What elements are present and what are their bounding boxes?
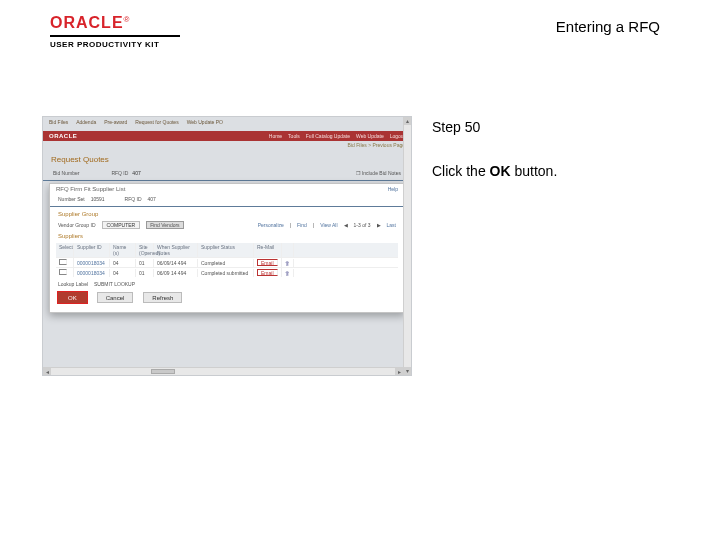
- tab-catalog[interactable]: Full Catalog Update: [306, 133, 350, 139]
- oracle-upk-logo: ORACLE® USER PRODUCTIVITY KIT: [50, 14, 180, 49]
- brand-word: ORACLE: [50, 14, 124, 31]
- panel-title: Request Quotes: [43, 151, 411, 168]
- field-value: SUBMIT LOOKUP: [94, 281, 135, 287]
- section-suppliers: Suppliers: [50, 231, 404, 241]
- col-name: Name (s): [110, 243, 136, 257]
- scroll-right-icon[interactable]: ▸: [395, 368, 403, 375]
- instruction-line: Click the OK button.: [432, 160, 678, 182]
- viewall-link[interactable]: View All: [320, 222, 337, 228]
- meta-key: Include Bid Notes: [362, 170, 401, 176]
- meta-key: Bid Number: [53, 170, 79, 176]
- col-orig: When Supplier Notes: [154, 243, 198, 257]
- separator: |: [290, 222, 291, 228]
- instruction-suffix: button.: [511, 163, 558, 179]
- find-link[interactable]: Find: [297, 222, 307, 228]
- last-link[interactable]: Last: [387, 222, 396, 228]
- content-area: Bid Files Addenda Pre-award Request for …: [42, 116, 678, 396]
- scroll-up-icon[interactable]: ▴: [404, 117, 411, 125]
- nav-item[interactable]: Pre-award: [104, 119, 127, 129]
- find-vendors-button[interactable]: Find Vendors: [146, 221, 183, 229]
- logo-divider: [50, 35, 180, 37]
- trash-icon[interactable]: 🗑: [282, 259, 294, 267]
- meta-row-1: Bid Number RFQ ID407 ❐ Include Bid Notes: [43, 168, 411, 178]
- ok-button[interactable]: OK: [58, 292, 87, 303]
- arrow-left-icon[interactable]: ◀: [344, 222, 348, 228]
- supplier-table: Select Supplier ID Name (s) Site (Opened…: [56, 243, 398, 277]
- divider: [43, 180, 411, 181]
- scroll-thumb[interactable]: [151, 369, 175, 374]
- field-value: 10591: [91, 196, 105, 202]
- dialog-row-ids: Number Set 10591 RFQ ID 407: [50, 194, 404, 204]
- col-site: Site (Opened): [136, 243, 154, 257]
- cell-name: 04: [110, 269, 136, 277]
- cell-supplier-id[interactable]: 0000018034: [74, 269, 110, 277]
- nav-item[interactable]: Bid Files: [49, 119, 68, 129]
- vertical-scrollbar[interactable]: ▴ ▾: [403, 117, 411, 375]
- help-link[interactable]: Help: [388, 186, 398, 192]
- instruction-panel: Step 50 Click the OK button.: [412, 116, 678, 396]
- scroll-left-icon[interactable]: ◂: [43, 368, 51, 375]
- col-remail: Re-Mail: [254, 243, 282, 257]
- email-button[interactable]: Email: [257, 269, 278, 276]
- range-text: 1-3 of 3: [354, 222, 371, 228]
- table-row: 0000018034 04 01 06/09/14 494 Completed …: [56, 257, 398, 267]
- page-header: ORACLE® USER PRODUCTIVITY KIT Entering a…: [0, 14, 720, 58]
- field-label: Vendor Group ID: [58, 222, 96, 228]
- nav-item[interactable]: Web Update PO: [187, 119, 223, 129]
- row-checkbox[interactable]: [59, 269, 67, 275]
- field-label: RFQ ID: [125, 196, 142, 202]
- meta-key: RFQ ID: [111, 170, 128, 176]
- lookup-row: Lookup Label SUBMIT LOOKUP: [50, 279, 404, 289]
- field-label: Number Set: [58, 196, 85, 202]
- nav-item[interactable]: Addenda: [76, 119, 96, 129]
- col-select: Select: [56, 243, 74, 257]
- meta-val: 407: [132, 170, 140, 176]
- col-supplier-id: Supplier ID: [74, 243, 110, 257]
- cancel-button[interactable]: Cancel: [97, 292, 134, 303]
- row-checkbox[interactable]: [59, 259, 67, 265]
- email-button[interactable]: Email: [257, 259, 278, 266]
- step-label: Step 50: [432, 116, 678, 138]
- trash-icon[interactable]: 🗑: [282, 269, 294, 277]
- cell-supplier-id[interactable]: 0000018034: [74, 259, 110, 267]
- cell-status: Completed submitted: [198, 269, 254, 277]
- breadcrumb: Bid Files > Previous Page: [43, 141, 411, 151]
- tab-home[interactable]: Home: [269, 133, 282, 139]
- dialog-row-group: Vendor Group ID COMPUTER Find Vendors Pe…: [50, 219, 404, 231]
- scroll-down-icon[interactable]: ▾: [404, 367, 411, 375]
- group-id-input[interactable]: COMPUTER: [102, 221, 141, 229]
- product-name: USER PRODUCTIVITY KIT: [50, 40, 180, 49]
- cell-orig: 06/09/14 494: [154, 259, 198, 267]
- arrow-right-icon[interactable]: ▶: [377, 222, 381, 228]
- separator: |: [313, 222, 314, 228]
- checkbox-icon[interactable]: ❐: [356, 170, 360, 176]
- divider: [50, 206, 404, 207]
- instruction-prefix: Click the: [432, 163, 490, 179]
- cell-site: 01: [136, 269, 154, 277]
- refresh-button[interactable]: Refresh: [143, 292, 182, 303]
- cell-status: Completed: [198, 259, 254, 267]
- cell-site: 01: [136, 259, 154, 267]
- app-tabs: Home Tools Full Catalog Update Web Updat…: [269, 133, 405, 139]
- app-brand: ORACLE: [49, 133, 77, 139]
- personalize-link[interactable]: Personalize: [258, 222, 284, 228]
- instruction-button-name: OK: [490, 163, 511, 179]
- col-status: Supplier Status: [198, 243, 254, 257]
- col-delete: [282, 243, 294, 257]
- tab-update[interactable]: Web Update: [356, 133, 384, 139]
- page-title: Entering a RFQ: [556, 18, 660, 35]
- tab-tools[interactable]: Tools: [288, 133, 300, 139]
- registered-icon: ®: [124, 15, 130, 24]
- cell-orig: 06/09 14 494: [154, 269, 198, 277]
- section-supplier-group: Supplier Group: [50, 209, 404, 219]
- nav-item[interactable]: Request for Quotes: [135, 119, 178, 129]
- dialog-title: RFQ Firm Fit Supplier List: [50, 184, 404, 194]
- horizontal-scrollbar[interactable]: ◂ ▸: [43, 367, 403, 375]
- table-body: 0000018034 04 01 06/09/14 494 Completed …: [56, 257, 398, 277]
- supplier-list-dialog: RFQ Firm Fit Supplier List Help Number S…: [49, 183, 405, 313]
- cell-name: 04: [110, 259, 136, 267]
- app-brandbar: ORACLE Home Tools Full Catalog Update We…: [43, 131, 411, 141]
- table-row: 0000018034 04 01 06/09 14 494 Completed …: [56, 267, 398, 277]
- field-value: 407: [148, 196, 156, 202]
- training-screenshot: Bid Files Addenda Pre-award Request for …: [42, 116, 412, 376]
